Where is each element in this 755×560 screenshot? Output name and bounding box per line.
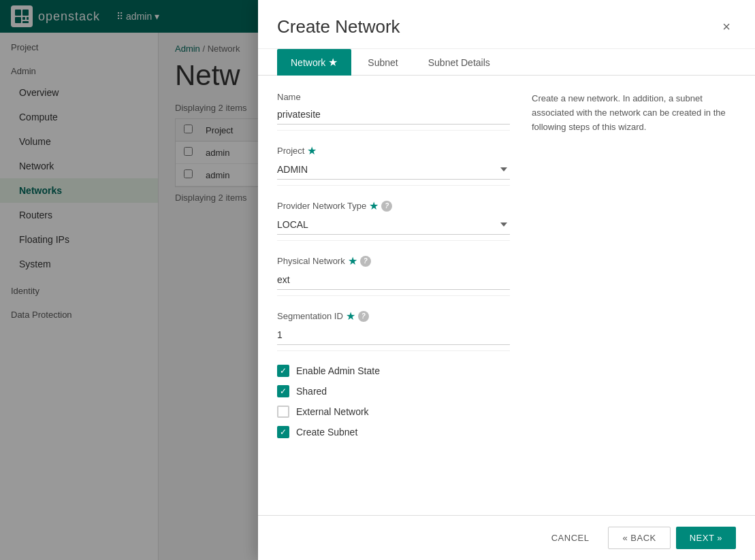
enable-admin-state-label: Enable Admin State (296, 365, 380, 376)
name-input[interactable] (277, 105, 510, 125)
provider-network-type-help-icon[interactable]: ? (381, 201, 392, 212)
create-network-modal: Create Network × Network★ Subnet Subnet … (258, 0, 755, 560)
tab-subnet-details[interactable]: Subnet Details (415, 49, 504, 76)
create-subnet-checkbox[interactable] (277, 426, 289, 438)
modal-tabs: Network★ Subnet Subnet Details (258, 49, 755, 76)
modal-footer: CANCEL « BACK NEXT » (258, 515, 755, 560)
modal-header: Create Network × (258, 0, 755, 49)
form-group-segmentation-id: Segmentation ID ★ ? (277, 310, 510, 351)
modal-form: Name Project ★ ADMIN demo (277, 92, 510, 499)
project-select[interactable]: ADMIN demo (277, 160, 510, 180)
shared-checkbox[interactable] (277, 385, 289, 397)
provider-network-type-select[interactable]: LOCAL FLAT VLAN GRE VXLAN (277, 215, 510, 235)
next-button[interactable]: NEXT » (676, 527, 736, 549)
segmentation-id-help-icon[interactable]: ? (358, 311, 369, 322)
tab-subnet[interactable]: Subnet (354, 49, 411, 76)
checkbox-group-external-network: External Network (277, 406, 510, 418)
provider-network-type-star: ★ (369, 199, 379, 212)
external-network-checkbox[interactable] (277, 406, 289, 418)
tab-network[interactable]: Network★ (277, 49, 351, 76)
physical-network-star: ★ (348, 254, 357, 267)
cancel-button[interactable]: CANCEL (538, 527, 603, 549)
tab-network-star: ★ (328, 56, 338, 68)
back-button[interactable]: « BACK (608, 527, 670, 549)
form-group-name: Name (277, 92, 510, 131)
modal-info-text: Create a new network. In addition, a sub… (532, 92, 736, 499)
modal-close-button[interactable]: × (717, 18, 736, 37)
create-subnet-label: Create Subnet (296, 427, 357, 438)
tab-network-label: Network (291, 57, 325, 68)
modal-body: Name Project ★ ADMIN demo (258, 76, 755, 515)
segmentation-id-input[interactable] (277, 325, 510, 345)
checkbox-group-shared: Shared (277, 385, 510, 397)
checkbox-group-enable-admin-state: Enable Admin State (277, 365, 510, 377)
external-network-label: External Network (296, 406, 369, 417)
physical-network-label: Physical Network ★ ? (277, 254, 510, 267)
tab-subnet-details-label: Subnet Details (428, 57, 490, 68)
form-group-provider-network-type: Provider Network Type ★ ? LOCAL FLAT VLA… (277, 199, 510, 241)
name-label: Name (277, 92, 510, 102)
segmentation-id-star: ★ (346, 310, 355, 323)
project-required-star: ★ (307, 144, 317, 157)
physical-network-help-icon[interactable]: ? (360, 256, 371, 267)
modal-overlay: Create Network × Network★ Subnet Subnet … (0, 0, 755, 560)
form-group-project: Project ★ ADMIN demo (277, 144, 510, 186)
provider-network-type-label: Provider Network Type ★ ? (277, 199, 510, 212)
enable-admin-state-checkbox[interactable] (277, 365, 289, 377)
project-label: Project ★ (277, 144, 510, 157)
form-group-physical-network: Physical Network ★ ? (277, 254, 510, 296)
modal-title: Create Network (277, 16, 400, 37)
checkbox-group-create-subnet: Create Subnet (277, 426, 510, 438)
physical-network-input[interactable] (277, 270, 510, 290)
segmentation-id-label: Segmentation ID ★ ? (277, 310, 510, 323)
shared-label: Shared (296, 386, 327, 397)
tab-subnet-label: Subnet (368, 57, 398, 68)
